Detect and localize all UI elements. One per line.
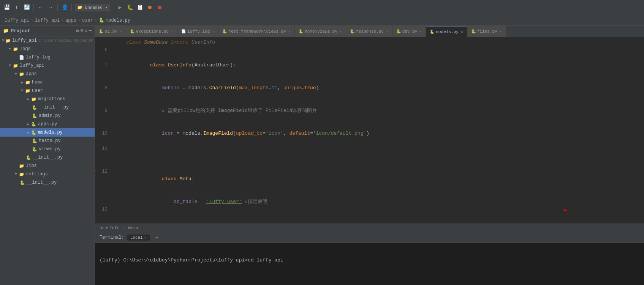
tab-icon-rest: 🐍 bbox=[222, 29, 227, 34]
run-icon[interactable]: ▶ bbox=[116, 4, 124, 11]
breadcrumb-sep-3: › bbox=[78, 18, 81, 23]
terminal-blank-line2 bbox=[100, 252, 639, 257]
profile-icon[interactable]: 📋 bbox=[136, 4, 144, 11]
user-icon[interactable]: 👤 bbox=[61, 4, 68, 11]
status-userinfo[interactable]: UserInfo bbox=[100, 226, 120, 230]
sidebar-item-admin-py[interactable]: 🐍 admin.py bbox=[0, 112, 95, 120]
breadcrumb-sep-2: › bbox=[61, 18, 64, 23]
editor-container: class SomeBase import UserInfo 6 7 class… bbox=[95, 37, 644, 232]
breadcrumb-item-5[interactable]: 🐍models.py bbox=[99, 17, 130, 23]
tab-close-models[interactable]: ✕ bbox=[461, 30, 463, 34]
sidebar-item-init-py3[interactable]: 🐍 __init__.py bbox=[0, 178, 95, 187]
breadcrumb-item-1[interactable]: luffy_api bbox=[5, 18, 29, 23]
terminal-blank-line bbox=[100, 246, 639, 252]
breadcrumb-item-3[interactable]: apps bbox=[65, 18, 76, 23]
toolbar-divider-1 bbox=[33, 4, 34, 11]
tree-arrow-root: ▼ bbox=[2, 39, 5, 43]
tree-label-migrations: migrations bbox=[38, 96, 65, 102]
terminal-body[interactable]: (luffy) C:\Users\oldboy\PycharmProjects\… bbox=[95, 243, 644, 285]
record-icon[interactable]: ⏺ bbox=[146, 4, 153, 11]
tree-arrow-home: ▶ bbox=[20, 80, 24, 85]
sidebar-item-apps-py[interactable]: ▶ 🐍 apps.py bbox=[0, 120, 95, 128]
code-line-10: 10 icon = models.ImageField(upload_to='i… bbox=[95, 122, 644, 145]
tab-close-s1[interactable]: ✕ bbox=[120, 29, 122, 34]
line-num-13: 13 bbox=[95, 206, 112, 213]
debug-icon[interactable]: 🐛 bbox=[126, 4, 134, 11]
right-panel: 🐍 s1.py ✕ 🐍 exceptions.py ✕ 📄 luffy.log … bbox=[95, 26, 644, 285]
tab-s1-py[interactable]: 🐍 s1.py ✕ bbox=[95, 26, 126, 37]
python-icon-init3: 🐍 bbox=[20, 180, 25, 185]
sync-icon[interactable]: 🔄 bbox=[23, 4, 30, 11]
file-icon-luffy-log: 📄 bbox=[19, 55, 24, 60]
code-line-8: 8 mobile = models.CharField(max_length=1… bbox=[95, 77, 644, 99]
breadcrumb-sep-1: › bbox=[31, 18, 33, 23]
tab-files[interactable]: 🐍 files.py ✕ bbox=[467, 26, 506, 37]
tab-dev[interactable]: 🐍 dev.py ✕ bbox=[392, 26, 426, 37]
upload-icon[interactable]: ⬆ bbox=[13, 4, 21, 11]
breadcrumb-sep-4: › bbox=[95, 18, 97, 23]
sidebar-item-apps[interactable]: ▼ 📁 apps bbox=[0, 70, 95, 78]
folder-icon-user: 📁 bbox=[25, 88, 30, 93]
breadcrumb-item-2[interactable]: luffy_api bbox=[35, 18, 60, 23]
sidebar-close-icon[interactable]: — bbox=[89, 28, 92, 34]
sidebar-item-libs[interactable]: 📁 libs bbox=[0, 162, 95, 170]
save-icon[interactable]: 💾 bbox=[3, 4, 11, 11]
terminal-add-button[interactable]: ＋ bbox=[154, 234, 160, 241]
status-meta[interactable]: Meta bbox=[128, 226, 138, 230]
line-content-top: class SomeBase import UserInfo bbox=[112, 39, 644, 46]
tab-close-exc[interactable]: ✕ bbox=[171, 29, 173, 34]
tab-exceptions-py[interactable]: 🐍 exceptions.py ✕ bbox=[126, 26, 177, 37]
tree-label-init-py3: __init__.py bbox=[27, 180, 57, 185]
tree-label-tests-py: tests.py bbox=[39, 138, 61, 143]
breadcrumb-item-4[interactable]: user bbox=[82, 18, 93, 23]
tab-models-py[interactable]: 🐍 models.py ✕ bbox=[426, 26, 467, 37]
sidebar-locate-icon[interactable]: ⊕ bbox=[76, 28, 79, 34]
back-icon[interactable]: ← bbox=[37, 4, 44, 11]
tree-arrow-apps: ▼ bbox=[14, 72, 18, 76]
sidebar-item-migrations[interactable]: ▶ 📁 migrations bbox=[0, 95, 95, 103]
tab-luffy-log[interactable]: 📄 luffy.log ✕ bbox=[177, 26, 218, 37]
terminal-tab-local[interactable]: Local ✕ bbox=[127, 235, 150, 241]
sidebar-item-luffy-api-inner[interactable]: ▼ 📁 luffy_api bbox=[0, 61, 95, 70]
project-name-icon[interactable]: 📁 Unnamed ▾ bbox=[75, 4, 110, 11]
line-num-7: 7 bbox=[95, 61, 112, 69]
terminal-command: (luffy) C:\Users\oldboy\PycharmProjects\… bbox=[100, 257, 639, 263]
tab-close-home[interactable]: ✕ bbox=[340, 29, 342, 34]
tab-close-rest[interactable]: ✕ bbox=[288, 29, 291, 34]
tab-close-files[interactable]: ✕ bbox=[500, 29, 502, 34]
sidebar-item-user[interactable]: ▼ 📁 user bbox=[0, 87, 95, 95]
sidebar-item-logs[interactable]: ▼ 📁 logs bbox=[0, 45, 95, 53]
folder-icon-apps: 📁 bbox=[19, 72, 24, 77]
python-icon-init2: 🐍 bbox=[26, 155, 31, 160]
sidebar-item-models-py[interactable]: ▶ 🐍 models.py bbox=[0, 128, 95, 137]
python-icon-models: 🐍 bbox=[31, 130, 36, 135]
tab-icon-models: 🐍 bbox=[430, 30, 434, 34]
toolbar-divider-2 bbox=[57, 4, 58, 11]
tab-icon-files: 🐍 bbox=[471, 29, 476, 34]
sidebar-item-luffy-log[interactable]: 📄 luffy.log bbox=[0, 53, 95, 61]
tab-rest-views[interactable]: 🐍 rest_framework\views.py ✕ bbox=[218, 26, 295, 37]
sidebar-item-init-py[interactable]: 🐍 __init__.py bbox=[0, 103, 95, 112]
sidebar: 📁 Project ⊕ ≡ ⚙ — ▼ 📁 luffy_api C:\Users… bbox=[0, 26, 95, 285]
tab-icon-s1: 🐍 bbox=[99, 29, 103, 34]
sidebar-item-root[interactable]: ▼ 📁 luffy_api C:\Users\oldboy\PycharmP bbox=[0, 36, 95, 45]
tab-close-log[interactable]: ✕ bbox=[212, 29, 214, 34]
tree-label-init-py2: __init__.py bbox=[33, 155, 63, 160]
sidebar-item-home[interactable]: ▶ 📁 home bbox=[0, 78, 95, 87]
sidebar-item-settings[interactable]: ▼ 📁 settings bbox=[0, 170, 95, 178]
tab-response[interactable]: 🐍 response.py ✕ bbox=[346, 26, 392, 37]
sidebar-item-tests-py[interactable]: 🐍 tests.py bbox=[0, 137, 95, 145]
terminal-tab-close[interactable]: ✕ bbox=[144, 235, 147, 240]
tab-icon-resp: 🐍 bbox=[350, 29, 354, 34]
stop-icon[interactable]: ⏹ bbox=[156, 4, 163, 11]
tab-close-dev[interactable]: ✕ bbox=[419, 29, 422, 34]
sidebar-item-init-py2[interactable]: 🐍 __init__.py bbox=[0, 153, 95, 162]
tab-home-views[interactable]: 🐍 home\views.py ✕ bbox=[295, 26, 346, 37]
sidebar-collapse-icon[interactable]: ≡ bbox=[80, 28, 83, 34]
tab-close-resp[interactable]: ✕ bbox=[386, 29, 388, 34]
tree-arrow-logs: ▼ bbox=[8, 47, 12, 51]
code-editor[interactable]: class SomeBase import UserInfo 6 7 class… bbox=[95, 37, 644, 224]
sidebar-item-views-py[interactable]: 🐍 views.py bbox=[0, 145, 95, 153]
forward-icon[interactable]: → bbox=[47, 4, 54, 11]
sidebar-settings-icon[interactable]: ⚙ bbox=[85, 28, 87, 34]
